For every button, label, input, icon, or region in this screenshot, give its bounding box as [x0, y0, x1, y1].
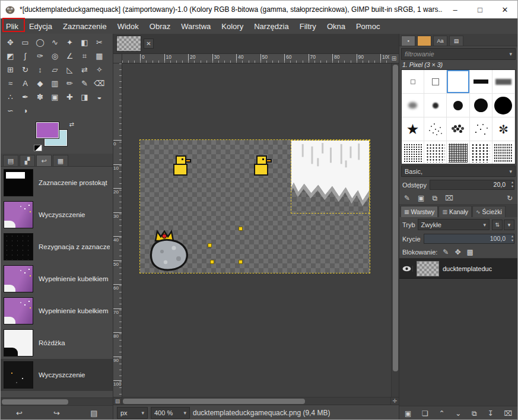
- free-select-tool[interactable]: ∿: [47, 36, 62, 49]
- brush-12[interactable]: [424, 117, 447, 141]
- minimize-button[interactable]: –: [443, 1, 468, 18]
- brush-19[interactable]: [470, 141, 492, 164]
- ink-tool[interactable]: ✒: [18, 90, 33, 104]
- brush-13[interactable]: [447, 117, 469, 141]
- zoom-select[interactable]: 400 %▾: [151, 407, 190, 419]
- tab-sciezki[interactable]: ∿ Ścieżki: [472, 206, 506, 217]
- maximize-button[interactable]: □: [468, 1, 492, 18]
- menu-obraz[interactable]: Obraz: [144, 20, 176, 33]
- history-clear-button[interactable]: ▤: [87, 409, 102, 418]
- delete-layer-button[interactable]: ⌧: [504, 409, 512, 418]
- brush-1[interactable]: [402, 70, 424, 94]
- spinner-arrows-icon[interactable]: ▴▾: [511, 234, 513, 243]
- lower-layer-button[interactable]: ⌄: [455, 409, 461, 418]
- history-item[interactable]: Wypełnienie kubełkiem: [1, 295, 113, 327]
- flip-tool[interactable]: ⇄: [77, 63, 92, 77]
- brush-18[interactable]: [447, 141, 469, 164]
- scissors-select-tool[interactable]: ✂: [92, 36, 107, 49]
- unit-select[interactable]: px▾: [117, 407, 148, 419]
- blur-sharpen-tool[interactable]: ◒: [92, 90, 107, 104]
- text-tool[interactable]: A: [18, 77, 33, 90]
- fonts-tab[interactable]: Aa: [433, 36, 447, 46]
- smudge-tool[interactable]: ∽: [3, 104, 18, 117]
- menu-zaznaczenie[interactable]: Zaznaczenie: [58, 20, 112, 33]
- menu-pomoc[interactable]: Pomoc: [351, 20, 385, 33]
- images-tab[interactable]: ▦: [53, 155, 68, 166]
- horizontal-scrollbar[interactable]: [122, 397, 390, 405]
- lock-pixels-icon[interactable]: ✎: [443, 248, 449, 256]
- dodge-burn-tool[interactable]: ◑: [18, 104, 33, 117]
- duplicate-brush-button[interactable]: ⧉: [432, 194, 437, 202]
- move-tool[interactable]: ✥: [3, 36, 18, 49]
- perspective-tool[interactable]: ◺: [62, 63, 77, 77]
- history-item[interactable]: Wypełnienie kubełkiem: [1, 263, 113, 295]
- brush-17[interactable]: [424, 141, 447, 164]
- canvas-image[interactable]: [140, 140, 370, 273]
- refresh-brushes-button[interactable]: ↻: [507, 194, 513, 202]
- rectangle-select-tool[interactable]: ▭: [18, 36, 33, 49]
- align-tool[interactable]: ⊞: [3, 63, 18, 77]
- menu-warstwa[interactable]: Warstwa: [176, 20, 216, 33]
- history-scrollbar[interactable]: [1, 397, 113, 405]
- zoom-tool[interactable]: ◎: [47, 49, 62, 63]
- measure-tool[interactable]: ∠: [62, 49, 77, 63]
- swap-colors-icon[interactable]: ⇄: [69, 121, 74, 128]
- color-picker-tool[interactable]: ✑: [33, 49, 47, 63]
- history-item[interactable]: Rezygnacja z zaznacze: [1, 231, 113, 263]
- layer-visibility-toggle[interactable]: [401, 266, 413, 272]
- navigation-icon[interactable]: ✛: [390, 397, 399, 405]
- menu-edycja[interactable]: Edycja: [24, 20, 58, 33]
- brush-15[interactable]: [492, 117, 515, 141]
- paths-tool[interactable]: ∫: [18, 49, 33, 63]
- pencil-tool[interactable]: ✏: [62, 77, 77, 90]
- device-status-tab[interactable]: ▞: [20, 155, 35, 166]
- undo-history-tab[interactable]: ↩: [36, 155, 52, 166]
- brushes-tab[interactable]: ▪: [401, 36, 415, 46]
- lock-position-icon[interactable]: ✥: [455, 248, 460, 256]
- brush-8[interactable]: [447, 94, 469, 117]
- foreground-color-swatch[interactable]: [36, 122, 59, 138]
- ellipse-select-tool[interactable]: ◯: [33, 36, 47, 49]
- new-brush-button[interactable]: ▣: [418, 194, 424, 202]
- quickmask-toggle[interactable]: ▨: [113, 397, 122, 405]
- menu-kolory[interactable]: Kolory: [216, 20, 249, 33]
- heal-tool[interactable]: ✚: [62, 90, 77, 104]
- mode-menu-button[interactable]: ▾: [504, 219, 514, 230]
- menu-narzedzia[interactable]: Narzędzia: [249, 20, 294, 33]
- history-undo-button[interactable]: ↩: [12, 409, 27, 418]
- paintbrush-tool[interactable]: ✎: [77, 77, 92, 90]
- rotate-tool[interactable]: ↻: [18, 63, 33, 77]
- brush-tag-filter[interactable]: Basic, ▾: [401, 166, 516, 177]
- mypaint-brush-tool[interactable]: ✽: [33, 90, 47, 104]
- default-colors-icon[interactable]: [34, 145, 42, 151]
- edit-brush-button[interactable]: ✎: [404, 194, 410, 202]
- foreground-select-tool[interactable]: ◩: [3, 49, 18, 63]
- brush-2[interactable]: [424, 70, 447, 94]
- horizontal-scrollbar-thumb[interactable]: [123, 399, 305, 404]
- select-by-color-tool[interactable]: ◧: [77, 36, 92, 49]
- brush-14[interactable]: [470, 117, 492, 141]
- brush-9[interactable]: [470, 94, 492, 117]
- image-tab-close-icon[interactable]: ✕: [144, 39, 154, 49]
- image-tab-thumbnail[interactable]: [116, 36, 141, 52]
- gradient-tool[interactable]: ▥: [47, 77, 62, 90]
- airbrush-tool[interactable]: ∴: [3, 90, 18, 104]
- close-button[interactable]: ✕: [492, 1, 517, 18]
- brush-filter-input[interactable]: filtrowanie ▾: [401, 48, 516, 60]
- history-item[interactable]: Wyczyszczenie: [1, 199, 113, 231]
- menu-widok[interactable]: Widok: [112, 20, 144, 33]
- perspective-clone-tool[interactable]: ◨: [77, 90, 92, 104]
- canvas-viewport[interactable]: [122, 63, 391, 397]
- tab-warstwy[interactable]: ▦ Warstwy: [401, 206, 438, 217]
- unified-transform-tool[interactable]: ▦: [92, 49, 107, 63]
- tab-kanaly[interactable]: ▥ Kanały: [438, 206, 472, 217]
- menu-plik[interactable]: Plik: [1, 20, 24, 33]
- shear-tool[interactable]: ▱: [47, 63, 62, 77]
- brush-6[interactable]: [402, 94, 424, 117]
- history-item[interactable]: Wyczyszczenie: [1, 359, 113, 391]
- history-redo-button[interactable]: ↪: [49, 409, 65, 418]
- menu-okna[interactable]: Okna: [322, 20, 351, 33]
- duplicate-layer-button[interactable]: ⧉: [472, 409, 477, 418]
- tool-options-tab[interactable]: ▤: [3, 155, 18, 166]
- layer-row[interactable]: ducktemplateduc: [399, 259, 517, 279]
